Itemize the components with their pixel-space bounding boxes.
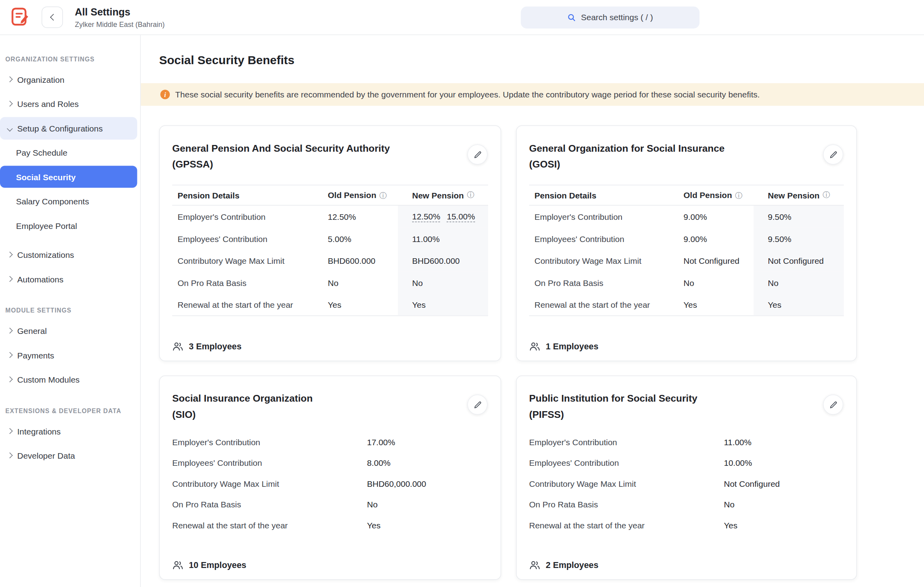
sidebar-item-salary-components[interactable]: Salary Components: [0, 189, 137, 213]
sidebar-item-organization[interactable]: Organization: [0, 67, 137, 92]
sidebar-item-label: Payments: [17, 350, 54, 360]
info-circle-icon[interactable]: ⓘ: [735, 191, 743, 199]
settings-sidebar: ORGANIZATION SETTINGS Organization Users…: [0, 35, 141, 587]
column-header-pension-details: Pension Details: [529, 191, 684, 200]
column-header-new-pension: New Pensionⓘ: [398, 185, 488, 205]
chevron-down-icon: [7, 126, 13, 132]
payroll-logo-icon: [11, 7, 30, 27]
sidebar-item-label: Organization: [17, 74, 65, 84]
sidebar-item-general[interactable]: General: [0, 318, 137, 343]
sidebar-item-payments[interactable]: Payments: [0, 343, 137, 368]
section-title-extensions-developer-data: EXTENSIONS & DEVELOPER DATA: [6, 407, 141, 414]
page-header-title: All Settings: [75, 6, 165, 18]
table-row: Employees' Contribution 9.00% 9.50%: [529, 228, 844, 250]
edit-gosi-button[interactable]: [823, 145, 843, 165]
section-title-module-settings: MODULE SETTINGS: [6, 307, 141, 314]
pension-table: Pension Details Old Pensionⓘ New Pension…: [529, 185, 844, 316]
info-circle-icon[interactable]: ⓘ: [379, 191, 387, 199]
card-title-name: General Organization for Social Insuranc…: [529, 143, 725, 153]
sidebar-item-employee-portal[interactable]: Employee Portal: [0, 213, 137, 238]
sidebar-item-custom-modules[interactable]: Custom Modules: [0, 367, 137, 392]
org-name: Zylker Middle East (Bahrain): [75, 20, 165, 28]
card-title: Public Institution for Social Security (…: [529, 391, 802, 423]
card-title-abbr: (GPSSA): [172, 159, 213, 170]
info-circle-icon[interactable]: ⓘ: [823, 190, 830, 200]
table-header-row: Pension Details Old Pensionⓘ New Pension…: [172, 185, 488, 206]
section-title-organization-settings: ORGANIZATION SETTINGS: [6, 55, 141, 63]
chevron-right-icon: [7, 276, 13, 282]
sidebar-item-label: Integrations: [17, 426, 61, 436]
sidebar-item-setup-configurations[interactable]: Setup & Configurations: [0, 117, 137, 140]
sidebar-item-pay-schedule[interactable]: Pay Schedule: [0, 140, 137, 165]
table-row: Employees' Contribution 5.00% 11.00%: [172, 228, 488, 250]
table-body: Employer's Contribution 9.00% 9.50% Empl…: [529, 206, 844, 316]
search-settings-input[interactable]: Search settings ( / ): [521, 6, 700, 29]
detail-row: Contributory Wage Max LimitNot Configure…: [529, 473, 844, 494]
column-header-new-pension: New Pensionⓘ: [754, 185, 844, 205]
table-row: Contributory Wage Max Limit BHD600.000 B…: [172, 250, 488, 272]
card-gpssa: General Pension And Social Security Auth…: [159, 126, 501, 362]
search-icon: [567, 13, 576, 22]
card-title-abbr: (SIO): [172, 409, 196, 419]
sidebar-item-integrations[interactable]: Integrations: [0, 419, 137, 444]
chevron-right-icon: [7, 428, 13, 434]
info-circle-icon[interactable]: ⓘ: [467, 190, 474, 200]
card-title-abbr: (GOSI): [529, 159, 560, 170]
detail-row: Renewal at the start of the yearYes: [529, 515, 844, 536]
detail-row: Employees' Contribution8.00%: [172, 452, 488, 473]
sidebar-item-customizations[interactable]: Customizations: [0, 242, 137, 267]
table-body: Employer's Contribution 12.50% 12.50% 15…: [172, 206, 488, 316]
banner-text: These social security benefits are recom…: [175, 90, 760, 99]
card-title: General Pension And Social Security Auth…: [172, 140, 445, 172]
edit-sio-button[interactable]: [468, 395, 488, 415]
back-button[interactable]: [42, 7, 63, 28]
detail-row: Employer's Contribution17.00%: [172, 431, 488, 452]
details-list: Employer's Contribution17.00% Employees'…: [172, 431, 488, 536]
sidebar-item-developer-data[interactable]: Developer Data: [0, 443, 137, 468]
chevron-right-icon: [7, 376, 13, 382]
sidebar-item-label: Pay Schedule: [16, 148, 68, 157]
payroll-app-logo[interactable]: [8, 6, 32, 29]
sidebar-item-label: Salary Components: [16, 196, 89, 206]
detail-row: Contributory Wage Max LimitBHD60,000.000: [172, 473, 488, 494]
column-header-pension-details: Pension Details: [172, 191, 328, 200]
sidebar-item-label: General: [17, 326, 47, 335]
chevron-right-icon: [7, 252, 13, 257]
edit-pifss-button[interactable]: [823, 395, 843, 415]
card-title: General Organization for Social Insuranc…: [529, 140, 802, 172]
sidebar-item-label: Social Security: [16, 172, 76, 181]
edit-gpssa-button[interactable]: [468, 145, 488, 165]
chevron-right-icon: [7, 452, 13, 458]
table-row: On Pro Rata Basis No No: [529, 272, 844, 294]
table-header-row: Pension Details Old Pensionⓘ New Pension…: [529, 185, 844, 206]
sidebar-item-label: Employee Portal: [16, 221, 77, 230]
revised-value-upcoming[interactable]: 15.00%: [447, 211, 475, 222]
pension-table: Pension Details Old Pensionⓘ New Pension…: [172, 185, 488, 316]
sidebar-item-social-security[interactable]: Social Security: [0, 166, 137, 188]
main-content: Social Security Benefits i These social …: [141, 35, 924, 587]
column-header-old-pension: Old Pensionⓘ: [328, 190, 398, 200]
employees-icon: [529, 342, 541, 351]
card-title-name: General Pension And Social Security Auth…: [172, 143, 390, 153]
sidebar-item-label: Developer Data: [17, 451, 75, 460]
card-sio: Social Insurance Organization (SIO) Empl…: [159, 375, 501, 580]
detail-row: On Pro Rata BasisNo: [172, 494, 488, 515]
sidebar-item-users-and-roles[interactable]: Users and Roles: [0, 91, 137, 116]
revised-value-current[interactable]: 12.50%: [412, 211, 440, 222]
info-banner: i These social security benefits are rec…: [141, 83, 924, 106]
table-row: Contributory Wage Max Limit Not Configur…: [529, 250, 844, 272]
chevron-right-icon: [7, 76, 13, 82]
sidebar-item-automations[interactable]: Automations: [0, 267, 137, 292]
benefit-cards-grid: General Pension And Social Security Auth…: [159, 126, 924, 580]
card-gosi: General Organization for Social Insuranc…: [516, 126, 857, 362]
page-title: Social Security Benefits: [159, 53, 924, 67]
info-icon: i: [160, 90, 170, 99]
table-row: Renewal at the start of the year Yes Yes: [529, 294, 844, 316]
detail-row: On Pro Rata BasisNo: [529, 494, 844, 515]
employees-icon: [529, 560, 541, 570]
detail-row: Employees' Contribution10.00%: [529, 452, 844, 473]
chevron-right-icon: [7, 352, 13, 358]
detail-row: Renewal at the start of the yearYes: [172, 515, 488, 536]
sidebar-item-label: Custom Modules: [17, 375, 80, 384]
sidebar-item-label: Automations: [17, 274, 64, 284]
